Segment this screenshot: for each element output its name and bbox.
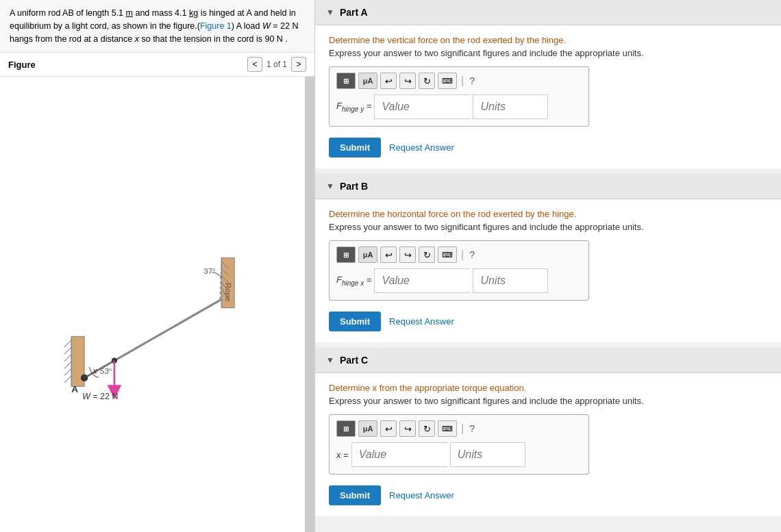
- part-c-action-row: Submit Request Answer: [329, 485, 767, 505]
- part-a-section: ▼ Part A Determine the vertical force on…: [315, 0, 781, 168]
- part-c-answer-box: ⊞ μA ↩ ↪ ↻ ⌨ | ? x =: [329, 414, 589, 474]
- part-c-instruction1: Determine x from the appropriate torque …: [329, 383, 767, 393]
- figure-header: Figure < 1 of 1 >: [0, 53, 314, 77]
- part-b-submit-btn[interactable]: Submit: [329, 312, 381, 331]
- part-c-reload-btn[interactable]: ↻: [419, 420, 435, 437]
- hinge-marker: [81, 375, 88, 381]
- part-b-help[interactable]: ?: [469, 249, 475, 260]
- part-c-input-row: x =: [336, 442, 582, 467]
- part-a-input-row: Fhinge y =: [336, 94, 582, 119]
- left-scrollbar[interactable]: [305, 77, 314, 532]
- part-c-request-link[interactable]: Request Answer: [389, 490, 454, 501]
- part-b-grid-btn[interactable]: ⊞: [336, 246, 356, 263]
- part-c-content: Determine x from the appropriate torque …: [315, 373, 781, 516]
- part-b-instruction1: Determine the horizontal force on the ro…: [329, 209, 767, 219]
- part-b-instruction2: Express your answer to two significant f…: [329, 222, 767, 232]
- part-b-reload-btn[interactable]: ↻: [419, 246, 435, 263]
- part-c-instruction2: Express your answer to two significant f…: [329, 396, 767, 406]
- figure-title: Figure: [8, 60, 36, 70]
- svg-line-7: [64, 376, 71, 383]
- part-b-units-input[interactable]: [473, 268, 548, 293]
- part-a-answer-box: ⊞ μA ↩ ↪ ↻ ⌨ | ? Fhinge y =: [329, 66, 589, 127]
- part-a-action-row: Submit Request Answer: [329, 138, 767, 157]
- part-a-ua-btn[interactable]: μA: [358, 73, 377, 89]
- part-c-ua-btn[interactable]: μA: [358, 420, 377, 437]
- part-a-instruction1: Determine the vertical force on the rod …: [329, 35, 767, 45]
- part-a-value-input[interactable]: [374, 94, 470, 119]
- figure-link[interactable]: Figure 1: [200, 21, 232, 31]
- part-c-section: ▼ Part C Determine x from the appropriat…: [315, 348, 781, 516]
- part-a-toolbar: ⊞ μA ↩ ↪ ↻ ⌨ | ?: [336, 73, 582, 89]
- angle-53-label: 53°: [100, 367, 112, 375]
- figure-count: 1 of 1: [266, 60, 287, 69]
- part-c-label: Part C: [340, 355, 368, 366]
- part-a-grid-btn[interactable]: ⊞: [336, 73, 356, 89]
- part-a-reload-btn[interactable]: ↻: [419, 73, 435, 89]
- svg-line-4: [64, 355, 71, 362]
- svg-line-5: [64, 362, 71, 368]
- part-c-kb-btn[interactable]: ⌨: [438, 420, 457, 437]
- figure-svg: x 53° W = 22 N B A: [0, 77, 314, 532]
- part-c-redo-btn[interactable]: ↪: [399, 420, 416, 437]
- part-c-eq-label: x =: [336, 450, 349, 460]
- svg-line-2: [64, 340, 71, 347]
- part-a-eq-label: Fhinge y =: [336, 101, 371, 113]
- part-a-header: ▼ Part A: [315, 0, 781, 25]
- right-panel: ▼ Part A Determine the vertical force on…: [315, 0, 781, 532]
- part-c-value-input[interactable]: [351, 442, 447, 467]
- part-a-kb-btn[interactable]: ⌨: [438, 73, 457, 89]
- left-panel: A uniform rod AB of length 5.1 m and mas…: [0, 0, 315, 532]
- part-b-kb-btn[interactable]: ⌨: [438, 246, 457, 263]
- part-b-label: Part B: [340, 181, 368, 192]
- part-c-submit-btn[interactable]: Submit: [329, 485, 381, 505]
- part-b-redo-btn[interactable]: ↪: [399, 246, 416, 263]
- figure-prev-btn[interactable]: <: [247, 57, 262, 72]
- part-c-sep: |: [461, 422, 464, 435]
- part-b-ua-btn[interactable]: μA: [358, 246, 377, 263]
- part-b-eq-label: Fhinge x =: [336, 275, 371, 287]
- part-b-sep: |: [461, 249, 464, 261]
- part-b-undo-btn[interactable]: ↩: [380, 246, 397, 263]
- part-c-help[interactable]: ?: [469, 423, 475, 434]
- figure-area: x 53° W = 22 N B A: [0, 77, 314, 532]
- part-c-header: ▼ Part C: [315, 348, 781, 373]
- problem-text: A uniform rod AB of length 5.1 m and mas…: [0, 0, 314, 53]
- part-a-content: Determine the vertical force on the rod …: [315, 25, 781, 168]
- svg-line-6: [64, 369, 71, 376]
- rope-label: Rope: [224, 283, 232, 301]
- part-a-sep: |: [461, 75, 464, 87]
- part-a-submit-btn[interactable]: Submit: [329, 138, 381, 157]
- part-c-undo-btn[interactable]: ↩: [380, 420, 397, 437]
- part-c-arrow: ▼: [326, 355, 334, 365]
- part-a-redo-btn[interactable]: ↪: [399, 73, 416, 89]
- part-a-label: Part A: [340, 7, 368, 18]
- figure-nav: < 1 of 1 >: [247, 57, 306, 72]
- part-c-units-input[interactable]: [450, 442, 525, 467]
- part-b-section: ▼ Part B Determine the horizontal force …: [315, 174, 781, 342]
- figure-next-btn[interactable]: >: [291, 57, 306, 72]
- part-a-instruction2: Express your answer to two significant f…: [329, 48, 767, 58]
- svg-line-3: [64, 347, 71, 354]
- part-b-input-row: Fhinge x =: [336, 268, 582, 293]
- part-b-arrow: ▼: [326, 181, 334, 191]
- part-c-toolbar: ⊞ μA ↩ ↪ ↻ ⌨ | ?: [336, 420, 582, 437]
- part-b-answer-box: ⊞ μA ↩ ↪ ↻ ⌨ | ? Fhinge x =: [329, 240, 589, 301]
- part-c-grid-btn[interactable]: ⊞: [336, 420, 356, 437]
- part-b-request-link[interactable]: Request Answer: [389, 316, 454, 327]
- weight-label: W = 22 N: [82, 392, 118, 401]
- part-a-help[interactable]: ?: [469, 75, 475, 86]
- part-b-content: Determine the horizontal force on the ro…: [315, 199, 781, 342]
- part-a-units-input[interactable]: [473, 94, 548, 119]
- part-b-toolbar: ⊞ μA ↩ ↪ ↻ ⌨ | ?: [336, 246, 582, 263]
- angle-37-label: 37°: [203, 267, 215, 275]
- part-a-request-link[interactable]: Request Answer: [389, 142, 454, 153]
- a-label: A: [71, 384, 78, 394]
- part-a-undo-btn[interactable]: ↩: [380, 73, 397, 89]
- part-b-value-input[interactable]: [374, 268, 470, 293]
- part-b-header: ▼ Part B: [315, 174, 781, 199]
- part-b-action-row: Submit Request Answer: [329, 312, 767, 331]
- part-a-arrow: ▼: [326, 8, 334, 17]
